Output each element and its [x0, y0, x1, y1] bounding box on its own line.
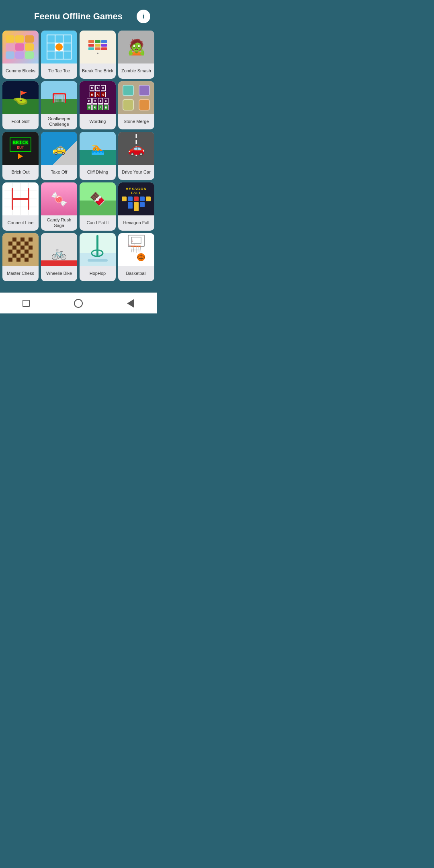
- game-title-master-chess: Master Chess: [2, 266, 39, 281]
- game-card-gummy-blocks[interactable]: Gummy Blocks: [2, 31, 39, 79]
- game-title-foot-golf: Foot Golf: [2, 114, 39, 129]
- info-button[interactable]: i: [137, 10, 150, 23]
- game-title-hophop: HopHop: [80, 266, 116, 281]
- game-title-wording: Wording: [80, 114, 116, 129]
- game-thumb-basketball: 4 Superb: [118, 233, 154, 266]
- nav-triangle-icon: [127, 299, 134, 308]
- game-card-master-chess[interactable]: Master Chess: [2, 233, 39, 281]
- game-title-hexagon-fall: Hexagon Fall: [118, 215, 154, 231]
- game-card-tic-tac-toe[interactable]: Tic Tac Toe: [41, 31, 77, 79]
- game-card-connect-line[interactable]: Connect Line: [2, 182, 39, 231]
- game-thumb-brick-out: BRICK OUT: [2, 132, 39, 165]
- game-thumb-hophop: [80, 233, 116, 266]
- game-title-tic-tac-toe: Tic Tac Toe: [41, 63, 77, 79]
- game-card-basketball[interactable]: 4 Superb Basketball: [118, 233, 154, 281]
- game-thumb-wording: BAR RAG BRAG GRAB: [80, 81, 116, 114]
- chess-board-icon: [8, 237, 33, 262]
- game-title-brick-out: Brick Out: [2, 165, 39, 180]
- game-thumb-break-the-brick: [80, 31, 116, 63]
- game-thumb-take-off: 🚕: [41, 132, 77, 165]
- game-card-wording[interactable]: BAR RAG BRAG GRAB Wording: [80, 81, 116, 129]
- game-title-cliff-diving: Cliff Diving: [80, 165, 116, 180]
- svg-rect-11: [88, 259, 108, 262]
- game-card-hexagon-fall[interactable]: HEXAGONFALL Hexagon Fall: [118, 182, 154, 231]
- game-title-break-the-brick: Break The Brick: [80, 63, 116, 79]
- svg-text:4: 4: [131, 239, 133, 243]
- games-grid: Gummy Blocks Tic Tac Toe: [0, 28, 157, 284]
- svg-rect-9: [96, 235, 98, 257]
- game-title-stone-merge: Stone Merge: [118, 114, 154, 129]
- game-title-can-i-eat-it: Can I Eat It: [80, 215, 116, 231]
- svg-line-18: [133, 246, 134, 252]
- hexagon-fall-text: HEXAGONFALL: [126, 187, 147, 195]
- hex-blocks: [122, 197, 151, 201]
- nav-home-button[interactable]: [73, 298, 84, 309]
- game-thumb-tic-tac-toe: [41, 31, 77, 63]
- nav-recent-button[interactable]: [20, 298, 32, 309]
- game-card-hophop[interactable]: HopHop: [80, 233, 116, 281]
- game-thumb-hexagon-fall: HEXAGONFALL: [118, 182, 154, 215]
- bottom-navigation: [0, 293, 157, 313]
- game-card-can-i-eat-it[interactable]: 🍫 Can I Eat It: [80, 182, 116, 231]
- game-thumb-zombie-smash: 🧟: [118, 31, 154, 63]
- game-title-goalkeeper-challenge: Goalkeeper Challenge: [41, 114, 77, 129]
- game-thumb-cliff-diving: 🏊: [80, 132, 116, 165]
- svg-line-16: [140, 246, 141, 252]
- game-thumb-foot-golf: ⛳: [2, 81, 39, 114]
- red-bar: [41, 260, 77, 266]
- game-card-stone-merge[interactable]: Stone Merge: [118, 81, 154, 129]
- game-thumb-stone-merge: [118, 81, 154, 114]
- svg-line-15: [131, 246, 132, 252]
- game-title-zombie-smash: Zombie Smash: [118, 63, 154, 79]
- game-card-brick-out[interactable]: BRICK OUT Brick Out: [2, 132, 39, 180]
- game-title-gummy-blocks: Gummy Blocks: [2, 63, 39, 79]
- game-card-wheelie-bike[interactable]: 🚲 Wheelie Bike: [41, 233, 77, 281]
- app-header: Feenu Offline Games i: [0, 0, 157, 28]
- game-title-take-off: Take Off: [41, 165, 77, 180]
- game-title-connect-line: Connect Line: [2, 215, 39, 231]
- game-thumb-gummy-blocks: [2, 31, 39, 63]
- nav-square-icon: [23, 300, 30, 307]
- app-title: Feenu Offline Games: [34, 11, 123, 22]
- nav-circle-icon: [74, 299, 83, 308]
- game-thumb-goalkeeper-challenge: 🥅: [41, 81, 77, 114]
- game-title-candy-rush-saga: Candy Rush Saga: [41, 215, 77, 231]
- game-title-basketball: Basketball: [118, 266, 154, 281]
- game-thumb-drive-your-car: 🚗: [118, 132, 154, 165]
- game-thumb-connect-line: [2, 182, 39, 215]
- svg-text:Superb: Superb: [128, 244, 135, 246]
- basketball-svg: 4 Superb: [120, 233, 152, 266]
- connect-line-svg: [4, 183, 37, 215]
- game-card-foot-golf[interactable]: ⛳ Foot Golf: [2, 81, 39, 129]
- game-thumb-can-i-eat-it: 🍫: [80, 182, 116, 215]
- game-thumb-wheelie-bike: 🚲: [41, 233, 77, 266]
- game-card-take-off[interactable]: 🚕 Take Off: [41, 132, 77, 180]
- game-card-zombie-smash[interactable]: 🧟 Zombie Smash: [118, 31, 154, 79]
- game-card-cliff-diving[interactable]: 🏊 Cliff Diving: [80, 132, 116, 180]
- hophop-svg: [84, 233, 112, 266]
- nav-back-button[interactable]: [125, 298, 136, 309]
- svg-line-19: [139, 246, 139, 252]
- game-card-candy-rush-saga[interactable]: 🍬 Candy Rush Saga: [41, 182, 77, 231]
- game-thumb-master-chess: [2, 233, 39, 266]
- game-thumb-candy-rush-saga: 🍬: [41, 182, 77, 215]
- game-card-drive-your-car[interactable]: 🚗 Drive Your Car: [118, 132, 154, 180]
- game-card-break-the-brick[interactable]: Break The Brick: [80, 31, 116, 79]
- game-card-goalkeeper-challenge[interactable]: 🥅 Goalkeeper Challenge: [41, 81, 77, 129]
- game-title-wheelie-bike: Wheelie Bike: [41, 266, 77, 281]
- game-title-drive-your-car: Drive Your Car: [118, 165, 154, 180]
